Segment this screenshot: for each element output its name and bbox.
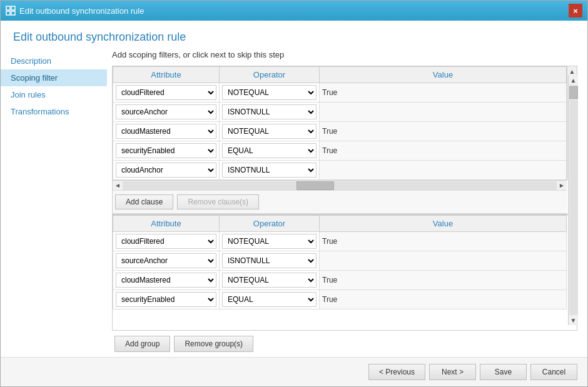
group1-row0-attr-cell: cloudFiltered [113,83,220,103]
groups-scroll-area[interactable]: Attribute Operator Value [113,66,577,330]
group1-row1-op-cell: ISNOTNULL [220,103,320,122]
group2-row3-value: True [320,290,567,309]
add-clause-button[interactable]: Add clause [115,194,173,209]
add-group-button[interactable]: Add group [114,336,170,352]
sidebar-item-join-rules[interactable]: Join rules [1,86,107,103]
group2-row3-attr-select[interactable]: securityEnabled [116,292,216,307]
group1-row0-value: True [320,83,567,103]
remove-group-button[interactable]: Remove group(s) [174,336,253,352]
group1-row2-op-select[interactable]: NOTEQUAL [222,124,317,139]
group2-row2-value: True [320,271,567,290]
svg-rect-0 [6,6,10,10]
group1-row3-attr-cell: securityEnabled [113,141,220,161]
group2-row0-op-select[interactable]: NOTEQUAL [222,234,317,249]
group1-col-value: Value [320,67,567,83]
group1-row-4: cloudAnchor ISNOTNULL [113,161,567,180]
hscroll-right-arrow[interactable]: ► [557,181,567,191]
svg-rect-3 [11,11,15,15]
group1-row3-op-cell: EQUAL [220,141,320,161]
group1-row4-op-select[interactable]: ISNOTNULL [222,163,317,178]
group2-row1-attr-select[interactable]: sourceAnchor [116,253,216,268]
group2-row-0: cloudFiltered NOTEQUAL T [113,232,567,251]
group1-row3-op-select[interactable]: EQUAL [222,143,317,158]
window: Edit outbound synchronization rule × Edi… [0,0,588,387]
group2-table: Attribute Operator Value [113,215,567,309]
main-scrollbar[interactable]: ▲ ▼ [568,75,577,325]
main-content: Add scoping filters, or click next to sk… [107,50,587,357]
group1-row1-op-select[interactable]: ISNOTNULL [222,104,317,119]
hscroll-left-arrow[interactable]: ◄ [113,181,123,191]
group1-row4-op-cell: ISNOTNULL [220,161,320,180]
group1-row4-value [320,161,567,180]
group1-row3-value: True [320,141,567,161]
group1-row2-value: True [320,122,567,141]
group2-row-2: cloudMastered NOTEQUAL T [113,271,567,290]
title-bar: Edit outbound synchronization rule × [1,1,587,21]
save-button[interactable]: Save [480,364,527,380]
app-icon [6,6,16,16]
group2-row1-op-select[interactable]: ISNOTNULL [222,253,317,268]
group1-row-0: cloudFiltered NOTEQUAL T [113,83,567,103]
group1-row-1: sourceAnchor ISNOTNULL [113,103,567,122]
group1-col-attribute: Attribute [113,67,220,83]
page-title: Edit outbound synchronization rule [1,21,587,50]
group2-row1-op-cell: ISNOTNULL [220,251,320,271]
hscroll-thumb[interactable] [297,181,334,190]
group1-hscroll[interactable]: ◄ ► [113,180,567,190]
group1-row0-op-select[interactable]: NOTEQUAL [222,85,317,100]
window-title: Edit outbound synchronization rule [19,6,144,16]
group2-row2-op-select[interactable]: NOTEQUAL [222,273,317,288]
remove-clause-button[interactable]: Remove clause(s) [177,194,259,209]
group1-row2-attr-select[interactable]: cloudMastered [116,124,216,139]
main-row: Description Scoping filter Join rules Tr… [1,50,587,357]
content-area: Edit outbound synchronization rule Descr… [1,21,587,386]
hscroll-track [123,181,557,190]
cancel-button[interactable]: Cancel [530,364,577,380]
group2-row3-op-select[interactable]: EQUAL [222,292,317,307]
group-action-buttons: Add group Remove group(s) [112,331,577,357]
group2-row2-attr-select[interactable]: cloudMastered [116,273,216,288]
clause-buttons-group1: Add clause Remove clause(s) [113,190,567,214]
group1-row1-value [320,103,567,122]
next-button[interactable]: Next > [429,364,476,380]
group2-row2-op-cell: NOTEQUAL [220,271,320,290]
group2-header-row: Attribute Operator Value [113,216,567,232]
group2-row0-attr-select[interactable]: cloudFiltered [116,234,216,249]
sidebar: Description Scoping filter Join rules Tr… [1,50,107,357]
group1-row4-attr-select[interactable]: cloudAnchor [116,163,216,178]
group2-row0-attr-cell: cloudFiltered [113,232,220,251]
sidebar-item-scoping-filter[interactable]: Scoping filter [1,69,107,86]
svg-rect-2 [6,11,10,15]
group2-row2-attr-cell: cloudMastered [113,271,220,290]
sidebar-item-description[interactable]: Description [1,53,107,69]
group2-col-value: Value [320,216,567,232]
group2-row3-attr-cell: securityEnabled [113,290,220,309]
group1: Attribute Operator Value [113,66,577,180]
group1-row1-attr-cell: sourceAnchor [113,103,220,122]
main-scroll-up[interactable]: ▲ [569,75,578,85]
group1-row0-op-cell: NOTEQUAL [220,83,320,103]
sidebar-item-transformations[interactable]: Transformations [1,103,107,120]
group2-row1-attr-cell: sourceAnchor [113,251,220,271]
group1-table: Attribute Operator Value [113,66,567,180]
main-scroll-thumb[interactable] [569,86,578,99]
group2-row3-op-cell: EQUAL [220,290,320,309]
main-scroll-down[interactable]: ▼ [569,315,578,325]
main-scroll-track [569,85,578,315]
previous-button[interactable]: < Previous [368,364,425,380]
group1-header-row: Attribute Operator Value [113,67,567,83]
group2-row-1: sourceAnchor ISNOTNULL [113,251,567,271]
group1-row1-attr-select[interactable]: sourceAnchor [116,104,216,119]
group2-col-attribute: Attribute [113,216,220,232]
group2-row-3: securityEnabled EQUAL Tr [113,290,567,309]
group1-col-operator: Operator [220,67,320,83]
group2-row0-value: True [320,232,567,251]
group1-row2-op-cell: NOTEQUAL [220,122,320,141]
group1-row-3: securityEnabled EQUAL Tr [113,141,567,161]
close-button[interactable]: × [569,4,582,18]
group1-row0-attr-select[interactable]: cloudFiltered [116,85,216,100]
svg-rect-1 [11,6,15,10]
group2: Attribute Operator Value [113,214,577,309]
step-instruction: Add scoping filters, or click next to sk… [112,50,577,59]
group1-row3-attr-select[interactable]: securityEnabled [116,143,216,158]
